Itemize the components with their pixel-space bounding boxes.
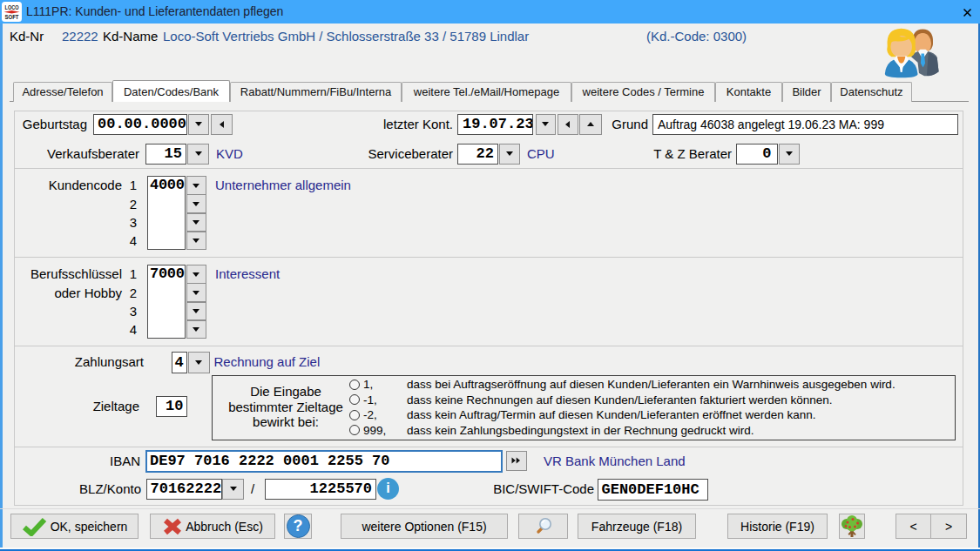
svg-text:SOFT: SOFT: [5, 13, 19, 21]
